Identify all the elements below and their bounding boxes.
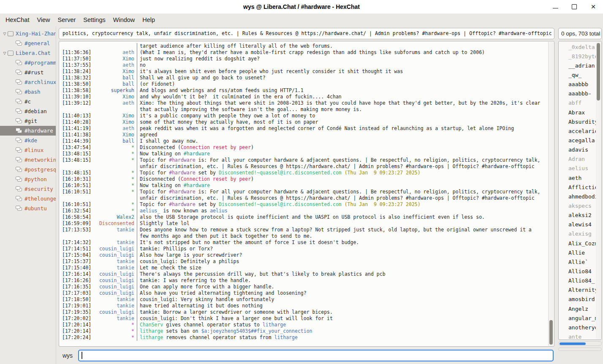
user-item[interactable]: _qw_ <box>559 70 596 79</box>
nick[interactable]: aeth <box>93 100 137 106</box>
nick[interactable]: ball <box>93 75 137 81</box>
nick[interactable]: * <box>93 201 137 208</box>
nick[interactable]: cousin_luigi <box>93 246 137 252</box>
maximize-button[interactable] <box>570 3 578 11</box>
userlist-scrollbar[interactable] <box>596 42 601 339</box>
nick[interactable]: cousin_luigi <box>93 252 137 258</box>
tree-item--python[interactable]: #python <box>0 174 56 184</box>
nick[interactable]: Ximo <box>93 94 137 100</box>
nick[interactable]: tankie <box>93 303 137 309</box>
nick[interactable]: cousin_luigi <box>93 284 137 290</box>
user-item[interactable]: akspecs <box>559 201 596 210</box>
tree-item--c[interactable]: #c <box>0 97 56 106</box>
nick[interactable]: * <box>93 182 137 189</box>
nick[interactable]: Ximo <box>93 119 137 125</box>
nick[interactable]: Ximo <box>93 132 137 138</box>
user-item[interactable]: Angelz <box>559 304 596 313</box>
nick[interactable]: * <box>93 170 137 176</box>
tree-item--rust[interactable]: ##rust <box>0 68 56 77</box>
nick[interactable]: aeth <box>93 62 137 68</box>
tree-item--hardware[interactable]: #hardware <box>0 126 56 136</box>
userlist-hscrollbar[interactable] <box>558 341 602 346</box>
nick[interactable]: * <box>93 322 137 328</box>
menu-item-hexchat[interactable]: HexChat <box>2 15 33 25</box>
user-item[interactable]: adavis <box>559 145 596 155</box>
tree-item-libera-chat[interactable]: ▽Libera.Chat <box>0 48 56 58</box>
nick[interactable]: tankie <box>93 239 137 246</box>
nick[interactable]: Walex2 <box>93 214 137 220</box>
expander-icon[interactable]: ▽ <box>2 32 8 36</box>
menu-item-server[interactable]: Server <box>54 15 80 25</box>
user-item[interactable]: acegalla- <box>559 136 596 145</box>
nick[interactable]: Ximo <box>93 113 137 119</box>
chat-scrollbar[interactable] <box>548 42 554 346</box>
tree-item--security[interactable]: #security <box>0 184 56 194</box>
user-item[interactable]: _0xdelta <box>559 42 596 52</box>
menu-item-window[interactable]: Window <box>109 15 139 25</box>
nick[interactable]: Disconsented <box>93 220 137 227</box>
user-item[interactable]: _8192byte <box>559 52 596 61</box>
user-item[interactable]: alexisg <box>559 229 596 239</box>
user-item[interactable]: ahmedbodi <box>559 192 596 201</box>
nick[interactable]: cousin_luigi <box>93 309 137 315</box>
nick[interactable]: tankie <box>93 296 137 303</box>
close-button[interactable]: × <box>589 3 597 11</box>
user-item[interactable]: aeth <box>559 173 596 182</box>
nick[interactable]: ball <box>93 138 137 144</box>
user-item[interactable]: Allio84_ <box>559 276 596 285</box>
user-item[interactable]: Adran <box>559 155 596 164</box>
nick[interactable]: tankie <box>93 227 137 233</box>
nick[interactable]: cousin_luigi <box>93 290 137 296</box>
nick[interactable]: ball <box>93 81 137 87</box>
nick[interactable]: cousin_luigi <box>93 277 137 284</box>
nick[interactable]: tankie <box>93 315 137 322</box>
chat-scrollbar-thumb[interactable] <box>549 320 553 345</box>
nick[interactable]: aeth <box>93 125 137 132</box>
user-item[interactable]: aaabbb- <box>559 89 596 98</box>
nick[interactable]: tankie <box>93 258 137 265</box>
nick[interactable]: * <box>93 151 137 157</box>
titlebar[interactable]: wys @ Libera.Chat / #hardware - HexChat … <box>0 0 603 14</box>
tree-item--thelounge[interactable]: #thelounge <box>0 194 56 204</box>
user-item[interactable]: Afflictio <box>559 182 596 192</box>
user-item[interactable]: Alix_Cozm <box>559 239 596 248</box>
nick[interactable]: aeth <box>93 49 137 56</box>
tree-item--general[interactable]: #general <box>0 38 56 48</box>
menu-item-settings[interactable]: Settings <box>79 15 109 25</box>
userlist-hscrollbar-thumb[interactable] <box>560 342 586 345</box>
nick[interactable]: tankie <box>93 265 137 271</box>
user-item[interactable]: amosbird <box>559 295 596 304</box>
tree-item--networking[interactable]: #networking <box>0 155 56 165</box>
user-item[interactable]: aelius <box>559 164 596 173</box>
nick[interactable]: cousin_luigi <box>93 271 137 277</box>
user-item[interactable]: Abrax <box>559 108 596 117</box>
user-item[interactable]: aaabbb <box>559 80 596 89</box>
nick[interactable]: * <box>93 189 137 195</box>
tree-item--git[interactable]: #git <box>0 116 56 126</box>
user-item[interactable]: Allie` <box>559 257 596 266</box>
userlist-hscrollbar-secondary[interactable] <box>558 348 602 351</box>
tree-item--linux[interactable]: #linux <box>0 145 56 155</box>
nick[interactable]: Ximo <box>93 56 137 62</box>
nick[interactable]: Ximo <box>93 68 137 75</box>
expander-icon[interactable]: ▽ <box>2 51 8 55</box>
user-item[interactable]: accelario <box>559 126 596 136</box>
nick[interactable]: * <box>93 144 137 151</box>
user-item[interactable]: Absurdity <box>559 117 596 126</box>
nick[interactable]: * <box>93 157 137 163</box>
tree-item--bash[interactable]: #bash <box>0 87 56 97</box>
nick[interactable]: * <box>93 208 137 214</box>
nick[interactable]: * <box>93 334 137 341</box>
user-item[interactable]: Alternity <box>559 285 596 295</box>
tree-item--programming[interactable]: ##programming <box>0 58 56 68</box>
userlist-scrollbar-thumb[interactable] <box>597 43 600 101</box>
user-item[interactable]: __adrian <box>559 61 596 70</box>
user-item[interactable]: angular_m <box>559 313 596 323</box>
tree-item-xing-hai-zhan[interactable]: ▽Xing-Hai-Zhan <box>0 29 56 38</box>
message-input[interactable] <box>78 350 554 361</box>
user-item[interactable]: anotheryo <box>559 323 596 332</box>
tree-item--ubuntu[interactable]: #ubuntu <box>0 204 56 213</box>
user-item[interactable]: abff <box>559 98 596 108</box>
nick[interactable]: * <box>93 176 137 182</box>
tree-item--kde[interactable]: #kde <box>0 136 56 145</box>
